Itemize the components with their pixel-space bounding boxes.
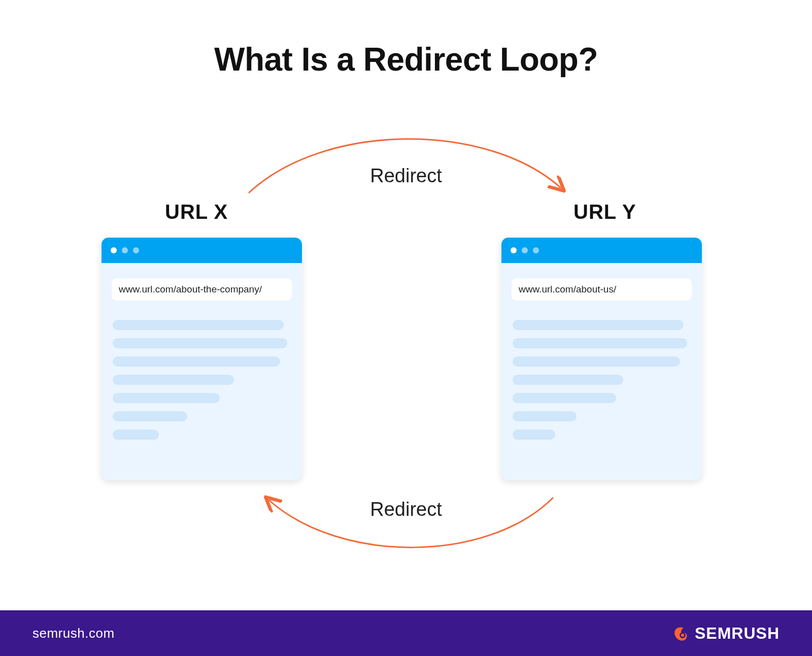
footer-bar: semrush.com SEMRUSH <box>0 610 812 656</box>
window-dot-icon <box>111 247 117 253</box>
redirect-label-bottom: Redirect <box>0 499 812 520</box>
window-dot-icon <box>511 247 517 253</box>
browser-titlebar <box>101 238 302 263</box>
browser-titlebar <box>501 238 702 263</box>
page-content-placeholder <box>101 310 302 440</box>
semrush-flame-icon <box>671 624 690 642</box>
url-y-label: URL Y <box>573 201 636 223</box>
diagram-title: What Is a Redirect Loop? <box>0 41 812 78</box>
semrush-logo: SEMRUSH <box>671 624 780 643</box>
browser-window-x: www.url.com/about-the-company/ <box>101 238 302 480</box>
redirect-label-top: Redirect <box>0 165 812 187</box>
footer-domain-text: semrush.com <box>32 626 115 641</box>
url-x-label: URL X <box>165 201 228 223</box>
browser-window-y: www.url.com/about-us/ <box>501 238 702 480</box>
address-bar-y: www.url.com/about-us/ <box>512 278 692 301</box>
address-bar-x: www.url.com/about-the-company/ <box>112 278 292 301</box>
semrush-logo-text: SEMRUSH <box>695 624 780 643</box>
window-dot-icon <box>533 247 539 253</box>
page-content-placeholder <box>501 310 702 440</box>
window-dot-icon <box>133 247 139 253</box>
window-dot-icon <box>122 247 128 253</box>
window-dot-icon <box>522 247 528 253</box>
